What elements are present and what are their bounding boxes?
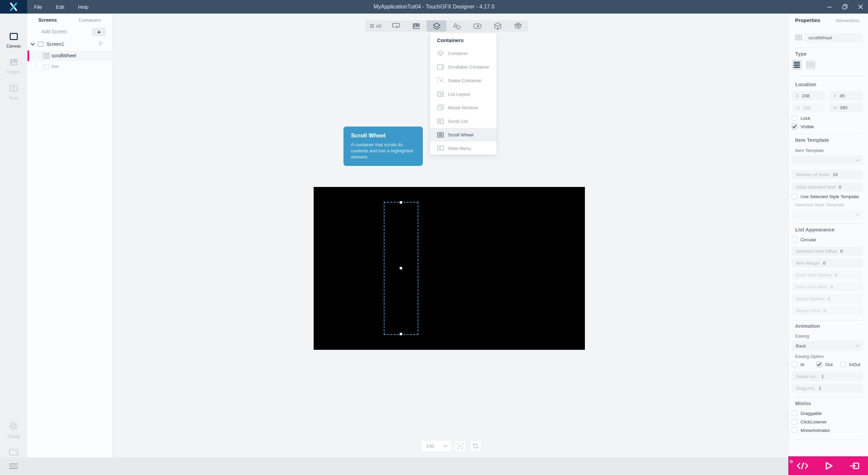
close-icon[interactable] [858, 4, 863, 10]
item-margin-field[interactable]: Item Margin0 [792, 258, 863, 268]
restore-icon[interactable] [842, 4, 848, 10]
draggable-row[interactable]: Draggable [792, 411, 822, 416]
fit-to-screen-button[interactable] [455, 440, 466, 452]
extra-size-after-field: Extra Size After0 [792, 282, 863, 291]
add-screen-button[interactable]: + [92, 28, 106, 36]
easing-in-row[interactable]: In [792, 362, 804, 367]
run-target-icon[interactable] [850, 461, 860, 471]
menu-item-slide-menu[interactable]: Slide Menu [430, 141, 496, 155]
crop-canvas-button[interactable] [470, 440, 481, 452]
design-canvas-screen[interactable] [314, 187, 585, 350]
category-common-button[interactable] [386, 20, 406, 32]
left-rail: Canvas Images Texts Config Files [0, 14, 27, 457]
menu-edit[interactable]: Edit [56, 4, 64, 10]
move-handle-center[interactable] [399, 267, 402, 270]
lock-checkbox[interactable] [792, 115, 797, 121]
clicklistener-row[interactable]: ClickListener [792, 419, 827, 424]
draggable-checkbox[interactable] [792, 411, 797, 416]
circular-checkbox-row[interactable]: Circular [792, 237, 816, 242]
easing-select[interactable]: Back [792, 341, 863, 350]
drag-acceleration-field[interactable]: Drag Acc.1 [792, 383, 863, 393]
tab-properties[interactable]: Properties [795, 17, 820, 23]
swipe-acceleration-field[interactable]: Swipe Acc.1 [792, 372, 863, 381]
category-shapes-button[interactable] [447, 20, 467, 32]
circular-label: Circular [801, 237, 816, 242]
menu-help[interactable]: Help [78, 4, 88, 10]
x-position-field[interactable]: X208 [792, 91, 825, 100]
category-buttons-button[interactable] [488, 20, 508, 32]
selected-style-template-label: Selected Style Template [795, 202, 844, 207]
scrollwheel-selection-outline[interactable] [384, 202, 418, 335]
menu-item-container[interactable]: Container [430, 46, 496, 60]
type-vertical-wheel-button[interactable] [792, 60, 802, 70]
item-template-label: Item Template [795, 148, 824, 153]
selected-item-offset-field[interactable]: Selected Item Offset0 [792, 246, 863, 256]
use-selected-style-row[interactable]: Use Selected Style Template [792, 194, 859, 199]
easing-out-checkbox[interactable] [816, 362, 822, 367]
tooltip-title: Scroll Wheel [351, 132, 417, 139]
resize-handle-top[interactable] [399, 201, 402, 204]
clicklistener-checkbox[interactable] [792, 419, 797, 424]
minimize-icon[interactable] [827, 4, 832, 10]
visible-checkbox[interactable] [792, 124, 797, 129]
box-label[interactable]: box [52, 64, 59, 69]
category-containers-button[interactable] [427, 20, 447, 32]
rail-item-config[interactable]: Config [0, 421, 27, 439]
chevron-down-icon[interactable] [31, 43, 35, 46]
resize-handle-bottom[interactable] [399, 332, 402, 336]
widget-name-input[interactable]: scrollWheel [804, 33, 863, 42]
box-widget-icon [43, 64, 49, 69]
run-simulator-icon[interactable] [825, 461, 833, 470]
scrollwheel-label[interactable]: scrollWheel [52, 53, 76, 58]
menu-item-scroll-wheel[interactable]: Scroll Wheel [430, 128, 496, 141]
tab-screens[interactable]: Screens [38, 17, 57, 23]
easing-inout-row[interactable]: InOut [840, 362, 860, 367]
screen1-label: Screen1 [46, 41, 64, 47]
lock-checkbox-row[interactable]: Lock [792, 115, 810, 121]
category-progress-button[interactable] [467, 20, 487, 32]
menu-item-label: Swipe Container [448, 78, 481, 83]
type-horizontal-wheel-button[interactable] [806, 60, 816, 70]
rail-item-canvas[interactable]: Canvas [0, 32, 27, 49]
type-heading: Type [795, 51, 807, 57]
extra-size-before-field: Extra Size Before0 [792, 270, 863, 280]
visible-checkbox-row[interactable]: Visible [792, 124, 814, 129]
easing-in-checkbox[interactable] [792, 362, 797, 367]
tab-interactions[interactable]: Interactions [836, 18, 860, 23]
menu-item-swipe-container[interactable]: Swipe Container [430, 74, 496, 87]
startup-screen-indicator-icon[interactable] [99, 41, 103, 46]
tab-containers[interactable]: Containers [79, 18, 101, 23]
tree-row-screen1[interactable]: Screen1 [31, 40, 64, 48]
notification-dot-icon [789, 460, 793, 463]
circular-checkbox[interactable] [792, 237, 797, 242]
rail-item-texts[interactable]: Texts [0, 84, 27, 100]
menu-file[interactable]: File [34, 4, 42, 10]
number-of-items-field[interactable]: Number of Items10 [792, 170, 863, 179]
easing-inout-label: InOut [849, 362, 860, 367]
zoom-level-select[interactable]: 100 [420, 440, 452, 452]
menu-item-scroll-list[interactable]: Scroll List [430, 114, 496, 128]
menu-bar: File Edit Help [34, 0, 88, 14]
initial-selected-item-field[interactable]: Initial Selected Item0 [792, 182, 863, 192]
menu-item-list-layout[interactable]: List Layout [430, 87, 496, 101]
height-field[interactable]: H390 [829, 103, 863, 112]
menu-item-label: Scroll List [448, 119, 468, 124]
category-images-button[interactable] [406, 20, 426, 32]
menu-item-modal-window[interactable]: Modal Window [430, 101, 496, 114]
easing-value: Back [796, 343, 806, 348]
log-panel-toggle[interactable] [9, 463, 18, 469]
generate-code-icon[interactable] [796, 462, 809, 470]
category-all-button[interactable]: All [366, 20, 386, 32]
category-misc-button[interactable] [508, 20, 528, 32]
moveanimator-checkbox[interactable] [792, 428, 797, 433]
rail-item-images[interactable]: Images [0, 58, 27, 74]
moveanimator-row[interactable]: MoveAnimator [792, 428, 830, 433]
easing-inout-checkbox[interactable] [840, 362, 846, 367]
use-selected-style-label: Use Selected Style Template [801, 194, 859, 199]
use-selected-style-checkbox[interactable] [792, 194, 797, 199]
easing-out-row[interactable]: Out [816, 362, 833, 367]
menu-item-scrollable-container[interactable]: Scrollable Container [430, 60, 496, 74]
item-template-select[interactable] [792, 155, 863, 165]
list-lines-icon [370, 24, 374, 28]
y-position-field[interactable]: Y45 [829, 91, 863, 100]
